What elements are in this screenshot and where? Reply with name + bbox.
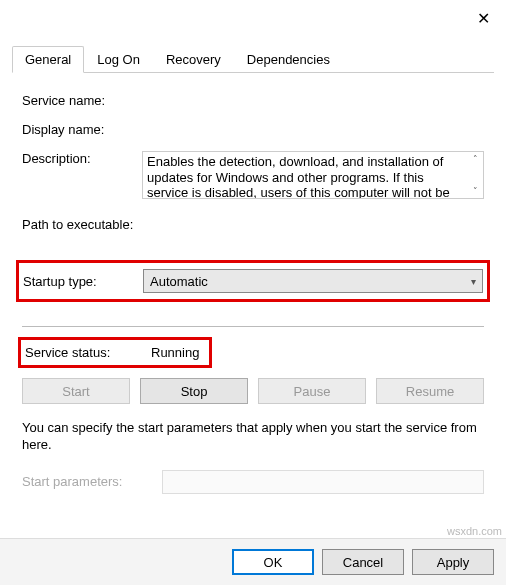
close-icon[interactable]: ✕: [477, 9, 490, 28]
tab-content-general: Service name: Display name: Description:…: [12, 73, 494, 504]
description-label: Description:: [22, 151, 142, 166]
service-properties-dialog: ✕ General Log On Recovery Dependencies S…: [0, 0, 506, 585]
scroll-up-icon[interactable]: ˄: [473, 154, 478, 164]
tab-strip: General Log On Recovery Dependencies: [12, 46, 494, 73]
service-status-value: Running: [151, 345, 199, 360]
tab-recovery[interactable]: Recovery: [153, 46, 234, 72]
ok-button[interactable]: OK: [232, 549, 314, 575]
display-name-label: Display name:: [22, 122, 142, 137]
tab-dependencies[interactable]: Dependencies: [234, 46, 343, 72]
start-button: Start: [22, 378, 130, 404]
tab-general[interactable]: General: [12, 46, 84, 73]
startup-type-label: Startup type:: [23, 274, 143, 289]
description-text: Enables the detection, download, and ins…: [143, 152, 467, 198]
resume-button: Resume: [376, 378, 484, 404]
service-control-buttons: Start Stop Pause Resume: [22, 378, 484, 404]
start-params-note: You can specify the start parameters tha…: [22, 420, 484, 454]
cancel-button[interactable]: Cancel: [322, 549, 404, 575]
tab-log-on[interactable]: Log On: [84, 46, 153, 72]
titlebar: ✕: [0, 0, 506, 36]
description-box: Enables the detection, download, and ins…: [142, 151, 484, 199]
dialog-footer: OK Cancel Apply: [0, 538, 506, 585]
divider: [22, 326, 484, 327]
start-params-label: Start parameters:: [22, 474, 162, 489]
service-status-highlight: Service status: Running: [18, 337, 212, 368]
service-status-label: Service status:: [21, 345, 151, 360]
start-params-input: [162, 470, 484, 494]
pause-button: Pause: [258, 378, 366, 404]
scroll-down-icon[interactable]: ˅: [473, 186, 478, 196]
startup-type-value: Automatic: [150, 274, 208, 289]
watermark: wsxdn.com: [447, 525, 502, 537]
startup-type-select[interactable]: Automatic ▾: [143, 269, 483, 293]
dialog-body: General Log On Recovery Dependencies Ser…: [0, 46, 506, 516]
service-name-label: Service name:: [22, 93, 142, 108]
startup-type-highlight: Startup type: Automatic ▾: [16, 260, 490, 302]
apply-button[interactable]: Apply: [412, 549, 494, 575]
stop-button[interactable]: Stop: [140, 378, 248, 404]
path-label: Path to executable:: [22, 217, 133, 232]
chevron-down-icon: ▾: [471, 276, 476, 287]
description-scrollbar[interactable]: ˄ ˅: [467, 152, 483, 198]
